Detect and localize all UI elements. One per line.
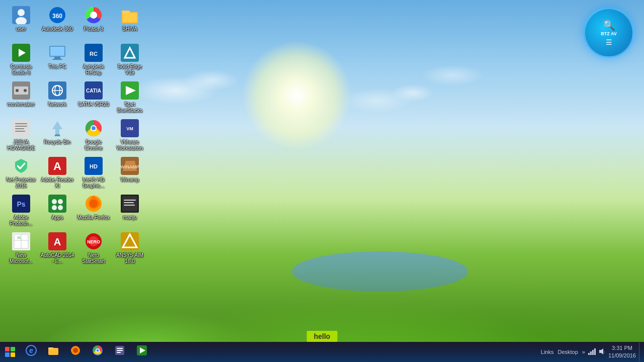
intel-label: Intel® HD Graphic...: [76, 177, 111, 189]
start-button[interactable]: [0, 342, 20, 362]
autocad-label: AutoCAD 2014 - E...: [40, 252, 74, 264]
svg-rect-89: [117, 352, 121, 353]
nero-label: Nero StarSmart: [76, 252, 111, 264]
desktop-icon-moviemaker[interactable]: moviemaker: [3, 78, 39, 116]
desktop-icon-picasa3[interactable]: Picasa 3: [75, 3, 112, 41]
desktop-icon-vmware[interactable]: VM VMware Workstation: [112, 116, 148, 154]
taskbar-app-ie[interactable]: e: [20, 342, 42, 362]
widget-search-icon: 🔍: [603, 19, 615, 31]
thispc-label: This PC: [48, 64, 66, 70]
chrome-icon: [84, 118, 104, 138]
desktop-icon-intel[interactable]: HD Intel® HD Graphic...: [75, 154, 112, 192]
user-label: user: [16, 26, 26, 32]
solid-edge-label: Solid Edge V19: [113, 64, 147, 76]
top-right-widget[interactable]: 🔍 BTZ AV ☰: [584, 8, 634, 58]
apps-icon: [47, 194, 67, 214]
desktop-icon-photoshop[interactable]: Ps Adobe Photosh...: [3, 192, 39, 229]
tray-clock[interactable]: 3:31 PM 11/09/2016: [608, 344, 636, 360]
desktop-icon-ansys[interactable]: ANSYS AIM 16.0: [112, 229, 148, 267]
desktop-icon-bluestacks[interactable]: Start BlueStacks: [112, 78, 148, 116]
desktop-icon-winamp[interactable]: WINAMP Winamp: [112, 154, 148, 192]
svg-text:VM: VM: [126, 126, 133, 131]
camtasia-label: Camtasia Studio 8: [4, 64, 38, 76]
user-icon: [11, 5, 31, 25]
svg-point-82: [73, 348, 78, 353]
desktop-icon-autocad[interactable]: A AutoCAD 2014 - E...: [39, 229, 75, 267]
winamp-label: Winamp: [121, 177, 139, 183]
desktop-icon-camtasia[interactable]: Camtasia Studio 8: [3, 41, 39, 78]
desktop-icon-netprotector[interactable]: Net Protector 2015: [3, 154, 39, 192]
svg-point-57: [58, 205, 63, 210]
icons-area: user 360 Autodesk 360 Pica: [0, 0, 151, 342]
desktop-icon-catia[interactable]: CATIA CATIA V5R20: [75, 78, 112, 116]
desktop-icon-apps[interactable]: Apps: [39, 192, 75, 229]
widget-text: BTZ AV: [601, 31, 617, 36]
svg-text:RC: RC: [90, 51, 98, 57]
svg-text:NERO: NERO: [87, 239, 100, 244]
manju-icon: [120, 194, 140, 214]
svg-point-22: [16, 89, 19, 92]
taskbar-app-camtasia[interactable]: [131, 342, 153, 362]
desktop-icon-autodesk-recap[interactable]: RC Autodesk ReCap: [75, 41, 112, 78]
tray-links-label[interactable]: Links: [541, 349, 554, 355]
desktop-icon-nero[interactable]: NERO Nero StarSmart: [75, 229, 112, 267]
adobe-reader-icon: A: [47, 156, 67, 176]
start-sq2: [11, 347, 15, 351]
autodesk360-label: Autodesk 360: [42, 26, 72, 32]
desktop: user 360 Autodesk 360 Pica: [0, 0, 644, 362]
desktop-icon-user[interactable]: user: [3, 3, 39, 41]
tray-volume-icon[interactable]: ): [598, 348, 605, 356]
vmware-label: VMware Workstation: [113, 139, 147, 151]
svg-point-85: [97, 349, 99, 351]
taskbar: e: [0, 342, 644, 362]
svg-text:CATIA: CATIA: [86, 88, 101, 94]
svg-text:A: A: [53, 160, 61, 172]
tray-network-icon[interactable]: [588, 348, 596, 356]
chrome-taskbar-icon: [92, 345, 103, 358]
netprotector-icon: [11, 156, 31, 176]
desktop-icon-recycle[interactable]: Recycle Bin: [39, 116, 75, 154]
svg-point-6: [90, 12, 97, 19]
recycle-icon: [47, 118, 67, 138]
taskbar-app-task1[interactable]: [109, 342, 131, 362]
desktop-icon-thispc[interactable]: This PC: [39, 41, 75, 78]
taskbar-app-firefox[interactable]: [64, 342, 87, 362]
bluestacks-icon: [120, 80, 140, 101]
desktop-icon-autodesk360[interactable]: 360 Autodesk 360: [39, 3, 75, 41]
desktop-icon-manju[interactable]: manju: [112, 192, 148, 229]
svg-rect-87: [117, 348, 123, 349]
svg-rect-88: [117, 350, 123, 351]
mozilla-icon: [84, 194, 104, 214]
desktop-icon-mozilla[interactable]: Mozilla Firefox: [75, 192, 112, 229]
tray-expand[interactable]: »: [582, 349, 585, 355]
taskbar-app-chrome[interactable]: [87, 342, 109, 362]
picasa3-label: Picasa 3: [84, 26, 103, 32]
svg-rect-53: [48, 195, 66, 213]
svg-marker-96: [599, 348, 603, 354]
svg-point-23: [24, 89, 27, 92]
desktop-icon-excel[interactable]: XL New Microsof...: [3, 229, 39, 267]
show-desktop-button[interactable]: [639, 342, 642, 361]
svg-point-56: [52, 205, 57, 210]
start-sq3: [5, 352, 10, 357]
thispc-icon: [47, 43, 67, 63]
jeeva-icon: [11, 118, 31, 138]
camtasia-taskbar-icon: [136, 345, 147, 358]
photoshop-icon: Ps: [11, 194, 31, 214]
picasa3-icon: [84, 5, 104, 25]
desktop-icon-solid-edge[interactable]: Solid Edge V19: [112, 41, 148, 78]
tray-desktop-label[interactable]: Desktop: [557, 349, 578, 355]
solid-edge-icon: [120, 43, 140, 63]
desktop-icon-jeeva[interactable]: JEEVA HOVAGIIDE: [3, 116, 39, 154]
nero-icon: NERO: [84, 231, 104, 251]
taskbar-app-explorer[interactable]: [42, 342, 64, 362]
desktop-icon-shiva[interactable]: SHIVA: [112, 3, 148, 41]
svg-rect-34: [15, 126, 27, 127]
desktop-icon-network[interactable]: Network: [39, 78, 75, 116]
desktop-icon-adobe-reader[interactable]: A Adobe Reader XI: [39, 154, 75, 192]
desktop-icon-chrome[interactable]: Google Chrome: [75, 116, 112, 154]
lake: [292, 251, 468, 292]
svg-text:Ps: Ps: [17, 200, 25, 208]
winamp-icon: WINAMP: [120, 156, 140, 176]
task1-icon: [114, 345, 125, 358]
